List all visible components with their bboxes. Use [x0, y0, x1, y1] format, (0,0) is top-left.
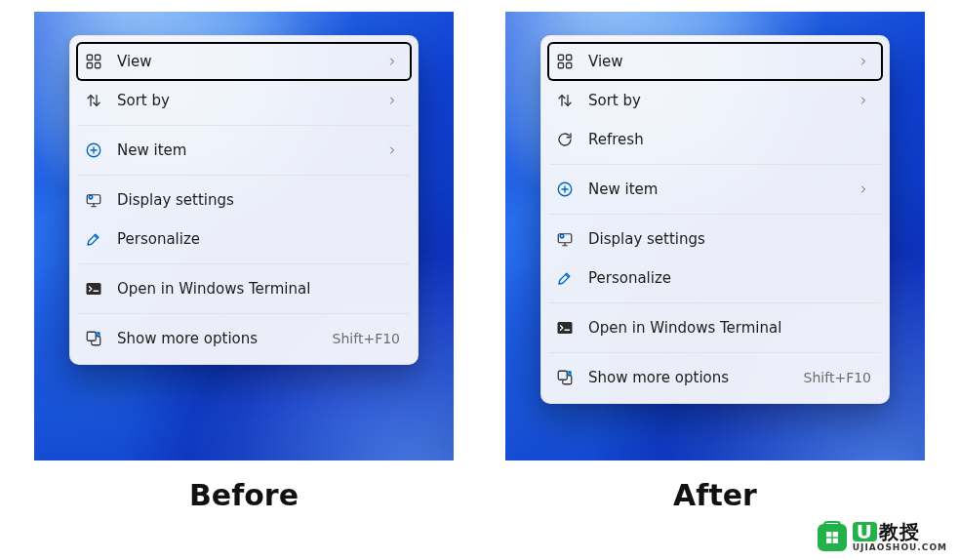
menu-item-label: Open in Windows Terminal: [588, 319, 871, 337]
sort-icon: [84, 91, 103, 110]
svg-rect-3: [96, 63, 100, 68]
menu-item-label: View: [117, 53, 384, 70]
menu-item-accelerator: Shift+F10: [804, 370, 871, 385]
menu-separator: [78, 125, 410, 126]
svg-rect-12: [567, 63, 572, 68]
menu-item-newitem[interactable]: New item: [547, 170, 883, 209]
svg-rect-0: [87, 55, 92, 60]
menu-item-label: Open in Windows Terminal: [117, 280, 400, 298]
svg-rect-10: [567, 55, 572, 60]
svg-rect-17: [558, 371, 567, 380]
menu-item-personal[interactable]: Personalize: [76, 220, 412, 259]
watermark-main-rest: 教授: [879, 522, 920, 541]
menu-separator: [549, 302, 881, 303]
menu-item-label: Personalize: [588, 269, 871, 287]
plus-circle-icon: [555, 180, 575, 199]
menu-separator: [549, 214, 881, 215]
menu-item-label: Sort by: [588, 92, 856, 109]
menu-item-view[interactable]: View: [547, 42, 883, 81]
more-icon: [555, 368, 575, 387]
menu-item-accelerator: Shift+F10: [333, 331, 400, 346]
menu-item-terminal[interactable]: Open in Windows Terminal: [547, 308, 883, 347]
menu-separator: [549, 352, 881, 353]
svg-rect-21: [832, 538, 837, 542]
menu-item-label: New item: [117, 141, 384, 159]
menu-item-newitem[interactable]: New item: [76, 131, 412, 170]
menu-item-display[interactable]: Display settings: [547, 220, 883, 259]
menu-separator: [78, 313, 410, 314]
svg-rect-11: [558, 63, 563, 68]
comparison-stage: ViewSort byNew itemDisplay settingsPerso…: [0, 0, 959, 560]
chevron-right-icon: [384, 95, 400, 106]
watermark: U 教授 UJIAOSHOU.COM: [818, 522, 947, 552]
svg-rect-19: [832, 532, 837, 537]
menu-item-display[interactable]: Display settings: [76, 180, 412, 220]
brush-icon: [555, 268, 575, 288]
caption-before: Before: [34, 478, 454, 512]
brush-icon: [84, 229, 103, 249]
svg-rect-16: [558, 322, 573, 334]
monitor-gear-icon: [84, 190, 103, 210]
grid-icon: [84, 52, 103, 71]
menu-item-more[interactable]: Show more optionsShift+F10: [547, 358, 883, 397]
svg-rect-2: [87, 63, 92, 68]
menu-item-label: Refresh: [588, 131, 871, 148]
terminal-icon: [84, 279, 103, 299]
watermark-badge-icon: [818, 524, 847, 551]
svg-rect-9: [558, 55, 563, 60]
svg-rect-7: [87, 283, 101, 295]
monitor-gear-icon: [555, 229, 575, 249]
sort-icon: [555, 91, 575, 110]
menu-item-personal[interactable]: Personalize: [547, 259, 883, 298]
svg-rect-20: [826, 538, 831, 542]
menu-item-terminal[interactable]: Open in Windows Terminal: [76, 269, 412, 308]
menu-item-label: Sort by: [117, 92, 384, 109]
terminal-icon: [555, 318, 575, 338]
menu-item-label: View: [588, 53, 856, 70]
context-menu-before: ViewSort byNew itemDisplay settingsPerso…: [69, 35, 419, 365]
menu-item-sortby[interactable]: Sort by: [76, 81, 412, 120]
menu-item-label: Show more options: [588, 369, 794, 386]
more-icon: [84, 329, 103, 348]
chevron-right-icon: [856, 56, 871, 67]
svg-rect-8: [87, 332, 96, 340]
grid-icon: [555, 52, 575, 71]
menu-item-more[interactable]: Show more optionsShift+F10: [76, 319, 412, 358]
before-panel: ViewSort byNew itemDisplay settingsPerso…: [34, 12, 454, 460]
watermark-sub: UJIAOSHOU.COM: [853, 543, 947, 552]
menu-item-label: Display settings: [588, 230, 871, 248]
menu-item-sortby[interactable]: Sort by: [547, 81, 883, 120]
after-panel: ViewSort byRefreshNew itemDisplay settin…: [505, 12, 925, 460]
menu-item-label: Show more options: [117, 330, 323, 347]
menu-item-refresh[interactable]: Refresh: [547, 120, 883, 159]
menu-item-view[interactable]: View: [76, 42, 412, 81]
chevron-right-icon: [856, 95, 871, 106]
menu-item-label: New item: [588, 180, 856, 198]
caption-after: After: [505, 478, 925, 512]
plus-circle-icon: [84, 140, 103, 160]
svg-rect-18: [826, 532, 831, 537]
menu-separator: [549, 164, 881, 165]
watermark-main-prefix: U: [853, 522, 877, 541]
chevron-right-icon: [384, 56, 400, 67]
refresh-icon: [555, 130, 575, 149]
chevron-right-icon: [856, 183, 871, 195]
watermark-text: U 教授 UJIAOSHOU.COM: [853, 522, 947, 552]
chevron-right-icon: [384, 144, 400, 156]
menu-item-label: Personalize: [117, 230, 400, 248]
menu-separator: [78, 175, 410, 176]
svg-rect-1: [96, 55, 100, 60]
menu-separator: [78, 263, 410, 264]
menu-item-label: Display settings: [117, 191, 400, 209]
context-menu-after: ViewSort byRefreshNew itemDisplay settin…: [540, 35, 890, 404]
